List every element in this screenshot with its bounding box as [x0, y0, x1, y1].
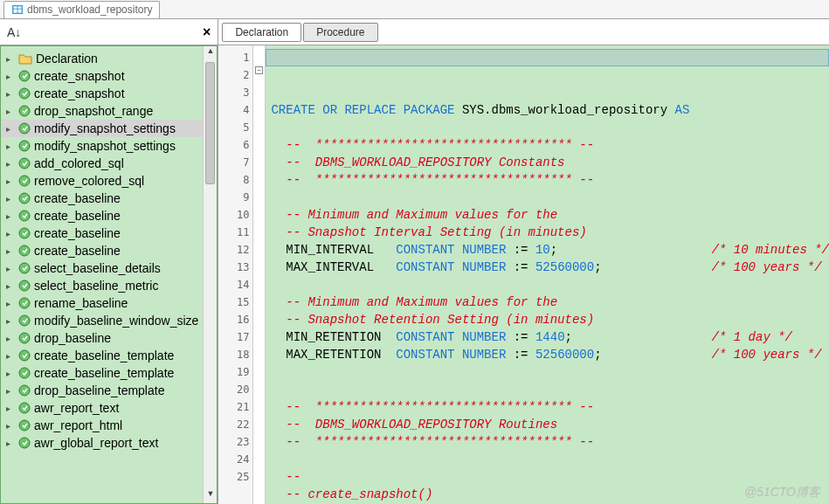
line-number: 7: [218, 154, 249, 171]
line-number: 2: [218, 66, 249, 84]
editor-tab-procedure[interactable]: Procedure: [303, 23, 377, 42]
editor-tab-bar: DeclarationProcedure: [218, 19, 829, 45]
chevron-right-icon: ▸: [6, 142, 15, 151]
chevron-right-icon: ▸: [6, 246, 15, 256]
scroll-down-icon[interactable]: ▼: [204, 489, 217, 503]
code-line[interactable]: [271, 363, 829, 381]
line-number: 8: [218, 171, 249, 189]
code-line[interactable]: -- Snapshot Interval Setting (in minutes…: [271, 224, 829, 241]
line-number: 14: [218, 276, 249, 293]
tree-item-modify_baseline_window_size[interactable]: ▸modify_baseline_window_size: [1, 312, 217, 329]
line-number: 21: [218, 398, 249, 416]
tree-item-create_baseline[interactable]: ▸create_baseline: [1, 207, 217, 224]
tree-item-create_snapshot[interactable]: ▸create_snapshot: [1, 85, 217, 102]
code-line[interactable]: -- Minimum and Maximum values for the: [271, 293, 829, 311]
tree-item-create_baseline_template[interactable]: ▸create_baseline_template: [1, 347, 217, 364]
chevron-right-icon: ▸: [6, 124, 15, 134]
line-number: 23: [218, 433, 249, 451]
chevron-right-icon: ▸: [6, 334, 15, 343]
line-number: 18: [218, 346, 249, 363]
tree-item-select_baseline_metric[interactable]: ▸select_baseline_metric: [1, 277, 217, 294]
tree-item-remove_colored_sql[interactable]: ▸remove_colored_sql: [1, 172, 217, 190]
sidebar-toolbar: A↓ ×: [0, 19, 218, 45]
chevron-right-icon: ▸: [6, 89, 15, 99]
tree-item-create_snapshot[interactable]: ▸create_snapshot: [1, 67, 217, 85]
tree-item-select_baseline_details[interactable]: ▸select_baseline_details: [1, 259, 217, 277]
editor-tab-declaration[interactable]: Declaration: [222, 23, 301, 42]
line-number: 6: [218, 136, 249, 154]
line-number: 20: [218, 381, 249, 398]
sidebar: A↓ × ▸Declaration▸create_snapshot▸create…: [0, 19, 218, 504]
scroll-up-icon[interactable]: ▲: [204, 46, 217, 60]
code-content[interactable]: CREATE OR REPLACE PACKAGE SYS.dbms_workl…: [266, 45, 829, 504]
fold-gutter[interactable]: −: [253, 45, 266, 504]
tree-item-rename_baseline[interactable]: ▸rename_baseline: [1, 294, 217, 312]
code-line[interactable]: CREATE OR REPLACE PACKAGE SYS.dbms_workl…: [271, 101, 829, 119]
file-tab[interactable]: dbms_workload_repository: [3, 1, 160, 18]
code-line[interactable]: -- *********************************** -…: [271, 136, 829, 154]
chevron-right-icon: ▸: [6, 299, 15, 308]
code-line[interactable]: [271, 451, 829, 468]
svg-point-15: [19, 280, 30, 291]
code-editor[interactable]: 1234567891011121314151617181920212223242…: [218, 45, 829, 504]
tree-item-add_colored_sql[interactable]: ▸add_colored_sql: [1, 155, 217, 172]
tree-item-create_baseline[interactable]: ▸create_baseline: [1, 224, 217, 242]
chevron-right-icon: ▸: [6, 316, 15, 326]
chevron-right-icon: ▸: [6, 386, 15, 396]
code-line[interactable]: [271, 276, 829, 293]
code-line[interactable]: -- Minimum and Maximum values for the: [271, 206, 829, 224]
package-icon: [11, 3, 24, 16]
svg-point-18: [19, 333, 30, 343]
svg-point-21: [19, 385, 30, 396]
code-line[interactable]: -- DBMS_WORKLOAD_REPOSITORY Constants: [271, 154, 829, 171]
code-line[interactable]: --: [271, 468, 829, 486]
chevron-right-icon: ▸: [6, 281, 15, 291]
code-line[interactable]: [271, 189, 829, 206]
tree-item-modify_snapshot_settings[interactable]: ▸modify_snapshot_settings: [1, 120, 217, 137]
code-line[interactable]: [271, 119, 829, 136]
sort-button[interactable]: A↓: [7, 25, 21, 39]
fold-toggle-icon[interactable]: −: [255, 66, 263, 74]
tree-item-create_baseline[interactable]: ▸create_baseline: [1, 190, 217, 207]
code-line[interactable]: MAX_RETENTION CONSTANT NUMBER := 5256000…: [271, 346, 829, 363]
tree-item-drop_baseline[interactable]: ▸drop_baseline: [1, 329, 217, 347]
object-tree[interactable]: ▸Declaration▸create_snapshot▸create_snap…: [0, 45, 218, 504]
code-line[interactable]: -- *********************************** -…: [271, 433, 829, 451]
svg-point-9: [19, 176, 30, 186]
tree-scrollbar[interactable]: ▲ ▼: [203, 46, 217, 503]
code-line[interactable]: MIN_RETENTION CONSTANT NUMBER := 1440; /…: [271, 328, 829, 346]
tree-item-drop_baseline_template[interactable]: ▸drop_baseline_template: [1, 382, 217, 399]
line-number: 13: [218, 259, 249, 276]
chevron-right-icon: ▸: [6, 264, 15, 273]
tree-item-modify_snapshot_settings[interactable]: ▸modify_snapshot_settings: [1, 137, 217, 155]
scroll-thumb[interactable]: [205, 62, 215, 184]
chevron-right-icon: ▸: [6, 107, 15, 116]
code-line[interactable]: -- *********************************** -…: [271, 171, 829, 189]
code-line[interactable]: MAX_INTERVAL CONSTANT NUMBER := 52560000…: [271, 259, 829, 276]
tree-item-create_baseline_template[interactable]: ▸create_baseline_template: [1, 364, 217, 382]
tree-folder-declaration[interactable]: ▸Declaration: [1, 50, 217, 67]
chevron-right-icon: ▸: [6, 176, 15, 186]
line-number: 5: [218, 119, 249, 136]
code-line[interactable]: -- *********************************** -…: [271, 398, 829, 416]
line-number: 17: [218, 328, 249, 346]
tree-item-awr_global_report_text[interactable]: ▸awr_global_report_text: [1, 434, 217, 452]
svg-point-22: [19, 403, 30, 413]
code-line[interactable]: -- Snapshot Retention Setting (in minute…: [271, 311, 829, 328]
code-line[interactable]: -- create_snapshot(): [271, 486, 829, 503]
chevron-right-icon: ▸: [6, 54, 15, 64]
svg-point-19: [19, 350, 30, 361]
chevron-right-icon: ▸: [6, 421, 15, 431]
code-line[interactable]: [271, 381, 829, 398]
svg-point-8: [19, 158, 30, 169]
chevron-right-icon: ▸: [6, 351, 15, 361]
tree-item-awr_report_text[interactable]: ▸awr_report_text: [1, 399, 217, 417]
code-line[interactable]: MIN_INTERVAL CONSTANT NUMBER := 10; /* 1…: [271, 241, 829, 259]
tree-item-create_baseline[interactable]: ▸create_baseline: [1, 242, 217, 259]
close-icon[interactable]: ×: [203, 24, 211, 40]
code-line[interactable]: -- DBMS_WORKLOAD_REPOSITORY Routines: [271, 416, 829, 433]
line-number: 22: [218, 416, 249, 433]
tree-item-awr_report_html[interactable]: ▸awr_report_html: [1, 417, 217, 434]
line-number: 15: [218, 293, 249, 311]
tree-item-drop_snapshot_range[interactable]: ▸drop_snapshot_range: [1, 102, 217, 120]
